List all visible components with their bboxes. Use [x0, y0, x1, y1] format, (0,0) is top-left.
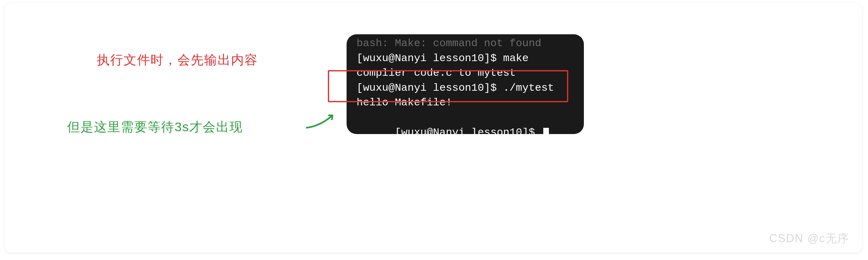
cursor-icon: [543, 128, 549, 134]
arrow-icon: [304, 111, 337, 129]
terminal-line: [wuxu@Nanyi lesson10]$ make: [356, 51, 574, 66]
terminal-line: bash: Make: command not found: [356, 36, 574, 51]
terminal-prompt-text: [wuxu@Nanyi lesson10]$: [395, 126, 541, 134]
annotation-green-text: 但是这里需要等待3s才会出现: [67, 118, 243, 136]
content-card: 执行文件时，会先输出内容 但是这里需要等待3s才会出现 bash: Make: …: [5, 3, 862, 253]
terminal-prompt-line: [wuxu@Nanyi lesson10]$: [356, 110, 574, 134]
annotation-red-text: 执行文件时，会先输出内容: [97, 51, 258, 69]
highlight-box: [328, 70, 568, 102]
watermark-text: CSDN @c无序: [769, 231, 849, 246]
